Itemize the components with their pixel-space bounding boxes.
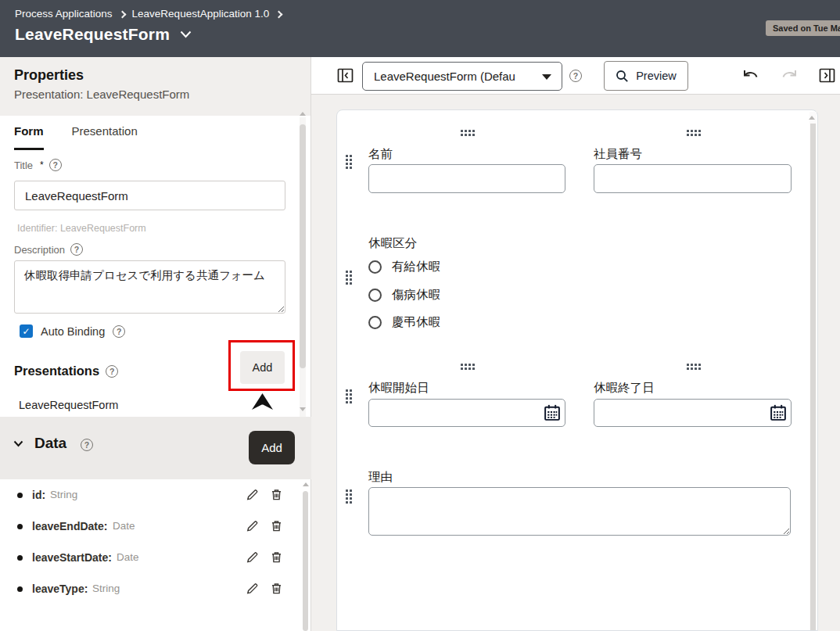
breadcrumb: Process Applications LeaveRequestApplica… <box>15 8 282 20</box>
employee-number-field-label: 社員番号 <box>594 146 642 163</box>
search-icon <box>616 70 629 83</box>
identifier-text: Identifier: LeaveRequestForm <box>17 223 146 234</box>
edit-pencil-icon[interactable] <box>246 488 259 501</box>
data-field-type: String <box>50 489 77 500</box>
title-input[interactable] <box>14 181 285 210</box>
help-icon[interactable]: ? <box>81 439 93 451</box>
breadcrumb-process-applications[interactable]: Process Applications <box>15 8 113 20</box>
bullet-icon <box>17 555 23 561</box>
row-drag-handle-icon[interactable] <box>346 389 348 392</box>
presentation-select-value: LeaveRequestForm (Defau <box>374 70 530 83</box>
scrollbar-up-icon[interactable] <box>300 112 306 116</box>
edit-pencil-icon[interactable] <box>246 582 259 595</box>
drag-handle-icon[interactable] <box>461 364 463 366</box>
help-icon[interactable]: ? <box>113 325 125 338</box>
canvas-toolbar: LeaveRequestForm (Defau ? Preview <box>311 57 840 95</box>
tab-form[interactable]: Form <box>14 124 44 150</box>
data-field-row[interactable]: leaveType String <box>0 573 305 604</box>
description-textarea[interactable]: 休暇取得申請プロセスで利用する共通フォーム <box>14 260 285 314</box>
presentations-heading: Presentations ? <box>14 364 118 378</box>
tab-presentation[interactable]: Presentation <box>72 124 138 150</box>
preview-button[interactable]: Preview <box>604 61 688 91</box>
help-icon[interactable]: ? <box>106 365 118 378</box>
chevron-down-icon[interactable] <box>180 30 192 38</box>
radio-circle-icon[interactable] <box>368 289 382 302</box>
edit-pencil-icon[interactable] <box>246 550 259 564</box>
delete-trash-icon[interactable] <box>270 550 283 564</box>
page-title: LeaveRequestForm <box>15 25 170 44</box>
employee-number-input[interactable] <box>594 164 792 193</box>
delete-trash-icon[interactable] <box>270 488 283 501</box>
data-field-type: Date <box>117 551 139 563</box>
scrollbar-thumb[interactable] <box>303 491 308 631</box>
delete-trash-icon[interactable] <box>270 582 283 595</box>
data-field-row[interactable]: id String <box>0 479 305 511</box>
description-field-label: Description ? <box>14 243 83 256</box>
radio-option[interactable]: 慶弔休暇 <box>368 314 440 331</box>
scrollbar-thumb[interactable] <box>300 124 306 368</box>
help-icon[interactable]: ? <box>70 243 83 256</box>
data-heading: Data <box>34 435 66 452</box>
drag-handle-icon[interactable] <box>687 364 689 366</box>
row-drag-handle-icon[interactable] <box>346 271 348 273</box>
add-presentation-button[interactable]: Add <box>240 351 285 384</box>
name-input[interactable] <box>368 164 565 193</box>
properties-panel-header: Properties Presentation: LeaveRequestFor… <box>0 57 311 116</box>
scrollbar-down-icon[interactable] <box>300 407 306 411</box>
properties-subheading: Presentation: LeaveRequestForm <box>14 88 296 101</box>
leave-type-label: 休暇区分 <box>368 235 417 252</box>
radio-option-label: 慶弔休暇 <box>392 314 440 331</box>
reason-textarea[interactable] <box>368 487 791 536</box>
auto-binding-checkbox[interactable]: ✓ <box>20 324 33 338</box>
undo-icon[interactable] <box>741 67 759 85</box>
help-icon[interactable]: ? <box>569 70 582 82</box>
scrollbar-up-icon[interactable] <box>303 482 309 486</box>
calendar-icon[interactable] <box>543 403 562 422</box>
radio-circle-icon[interactable] <box>368 260 382 274</box>
drag-handle-icon[interactable] <box>461 130 463 132</box>
redo-icon[interactable] <box>781 67 799 85</box>
data-field-row-partial[interactable] <box>0 626 305 631</box>
data-field-name: leaveStartDate <box>32 551 112 564</box>
scrollbar-up-icon[interactable] <box>809 116 815 120</box>
end-date-label: 休暇終了日 <box>594 380 655 396</box>
form-card: 名前 社員番号 休暇区分 有給休暇 傷病休暇 <box>336 109 818 631</box>
bullet-icon <box>17 524 23 529</box>
data-field-name: leaveType <box>32 583 88 595</box>
data-field-list: id String <box>0 479 305 631</box>
row-drag-handle-icon[interactable] <box>346 155 348 157</box>
radio-option[interactable]: 傷病休暇 <box>368 287 440 303</box>
start-date-input[interactable] <box>368 399 565 427</box>
calendar-icon[interactable] <box>769 403 788 422</box>
presentation-list-item[interactable]: LeaveRequestForm <box>19 399 118 411</box>
chevron-down-icon[interactable] <box>13 440 23 447</box>
top-header: Process Applications LeaveRequestApplica… <box>0 0 840 57</box>
collapse-left-panel-icon[interactable] <box>337 67 354 86</box>
radio-option[interactable]: 有給休暇 <box>368 259 440 275</box>
reason-label: 理由 <box>368 469 393 486</box>
expand-right-panel-icon[interactable] <box>819 67 835 86</box>
start-date-label: 休暇開始日 <box>368 380 429 396</box>
properties-heading: Properties <box>14 67 296 84</box>
title-field-label: Title* ? <box>14 159 62 171</box>
edit-pencil-icon[interactable] <box>246 519 259 532</box>
radio-circle-icon[interactable] <box>368 316 382 329</box>
name-field-label: 名前 <box>368 146 393 163</box>
mouse-cursor <box>252 393 273 412</box>
presentation-select[interactable]: LeaveRequestForm (Defau <box>362 62 562 91</box>
delete-trash-icon[interactable] <box>270 519 283 532</box>
form-canvas: 名前 社員番号 休暇区分 有給休暇 傷病休暇 <box>311 95 840 631</box>
save-status-badge: Saved on Tue Ma <box>766 20 840 36</box>
scrollbar-thumb[interactable] <box>810 124 816 630</box>
breadcrumb-application[interactable]: LeaveRequestApplication 1.0 <box>132 8 270 20</box>
help-icon[interactable]: ? <box>49 159 62 171</box>
radio-option-label: 傷病休暇 <box>392 287 440 303</box>
row-drag-handle-icon[interactable] <box>346 489 348 492</box>
data-field-name: leaveEndDate <box>32 520 108 532</box>
end-date-input[interactable] <box>594 399 792 427</box>
add-data-button[interactable]: Add <box>249 431 295 464</box>
data-field-row[interactable]: leaveEndDate Date <box>0 511 305 542</box>
data-section-header: Data ? Add <box>0 417 311 479</box>
drag-handle-icon[interactable] <box>687 130 689 132</box>
data-field-row[interactable]: leaveStartDate Date <box>0 542 305 573</box>
